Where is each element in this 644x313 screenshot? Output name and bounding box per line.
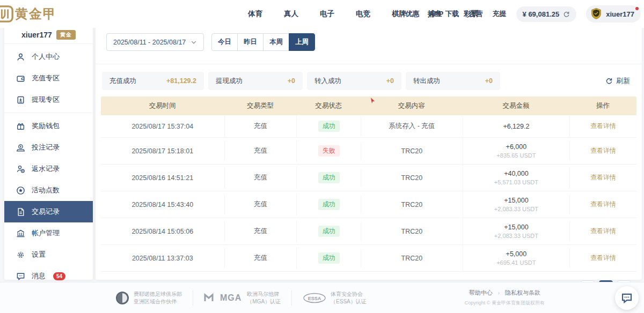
cell-amount: +15,000+2,083.33 USDT bbox=[463, 191, 570, 218]
cell-type: 充值 bbox=[224, 168, 297, 188]
header-right: 优惠APP 下载合营充提 ¥ 69,081.25 xiuer177 bbox=[405, 0, 641, 28]
cell-type: 充值 bbox=[224, 195, 297, 214]
balance-pill[interactable]: ¥ 69,081.25 bbox=[516, 6, 577, 22]
tab-period[interactable]: 昨日 bbox=[237, 33, 264, 51]
cell-time: 2025/08/17 15:37:04 bbox=[101, 117, 224, 136]
sidebar-username: xiuer177 bbox=[21, 31, 52, 39]
sidebar-item-gear[interactable]: 设置 bbox=[4, 244, 93, 265]
view-details-link[interactable]: 查看详情 bbox=[590, 147, 616, 154]
amount-usdt: +695.41 USDT bbox=[465, 259, 568, 266]
brand-logo: 黄金甲 bbox=[0, 5, 57, 23]
notification-dot bbox=[635, 7, 639, 10]
cell-status: 成功 bbox=[296, 115, 361, 137]
stat-label: 充值成功 bbox=[109, 77, 136, 86]
sidebar-item-bank[interactable]: 帐户管理 bbox=[4, 222, 93, 244]
quick-link[interactable]: 优惠 bbox=[405, 9, 419, 19]
view-details-link[interactable]: 查看详情 bbox=[590, 227, 616, 235]
amount-usdt: +2,083.33 USDT bbox=[465, 233, 568, 239]
status-badge: 成功 bbox=[318, 252, 340, 264]
mga-icon bbox=[204, 293, 216, 303]
vip-shield-icon bbox=[590, 8, 602, 20]
quick-link[interactable]: 合营 bbox=[469, 9, 483, 19]
cell-amount: +15,000+2,083.33 USDT bbox=[463, 218, 570, 244]
status-badge: 成功 bbox=[318, 121, 340, 132]
stat-label: 转入成功 bbox=[314, 77, 341, 86]
cell-type: 充值 bbox=[224, 116, 297, 136]
refresh-balance-icon[interactable] bbox=[563, 11, 570, 18]
tab-period[interactable]: 上周 bbox=[289, 33, 315, 51]
summary-stat: 充值成功+81,129.2 bbox=[102, 72, 204, 90]
cell-time: 2025/08/11 13:37:03 bbox=[101, 249, 224, 267]
chevron-down-icon bbox=[191, 39, 197, 46]
sidebar-item-label: 设置 bbox=[32, 250, 46, 259]
footer-link[interactable]: 帮助中心 bbox=[469, 289, 493, 297]
cell-type: 充值 bbox=[224, 141, 297, 161]
sidebar-item-wallet[interactable]: 充值专区 bbox=[4, 68, 93, 89]
column-header: 交易金额 bbox=[463, 96, 570, 115]
balance-amount: ¥ 69,081.25 bbox=[523, 10, 560, 18]
sidebar-item-rebate[interactable]: 返水记录 bbox=[4, 158, 93, 180]
topnav-item[interactable]: 电竞 bbox=[356, 9, 370, 19]
sidebar-item-label: 活动点数 bbox=[32, 185, 60, 195]
top-header: 黄金甲 体育真人电子电竞棋牌捕鱼彩票 优惠APP 下载合营充提 ¥ 69,081… bbox=[0, 0, 644, 28]
column-header: 交易内容 bbox=[361, 96, 463, 115]
quick-link[interactable]: APP 下载 bbox=[429, 9, 459, 19]
sidebar-item-label: 投注记录 bbox=[32, 143, 60, 152]
cell-status: 成功 bbox=[296, 220, 361, 242]
cert-text: 欧洲马尔他牌（MGA）认证 bbox=[247, 290, 281, 305]
main-content: 2025/08/11 - 2025/08/17 今日昨日本周上周 充值成功+81… bbox=[96, 23, 642, 280]
sidebar-item-label: 交易记录 bbox=[32, 207, 60, 217]
view-details-link[interactable]: 查看详情 bbox=[590, 122, 616, 130]
divider bbox=[4, 113, 93, 113]
footer-link[interactable]: 隐私权与条款 bbox=[505, 289, 540, 297]
sidebar-item-points[interactable]: 活动点数 bbox=[4, 180, 93, 201]
amount-usdt: +835.65 USDT bbox=[465, 152, 568, 159]
quick-link[interactable]: 充提 bbox=[493, 9, 507, 19]
refresh-label: 刷新 bbox=[616, 76, 630, 86]
topnav-item[interactable]: 真人 bbox=[284, 9, 298, 19]
topnav-item[interactable]: 体育 bbox=[248, 9, 262, 19]
sidebar-item-withdraw[interactable]: 提现专区 bbox=[4, 89, 93, 110]
date-range-select[interactable]: 2025/08/11 - 2025/08/17 bbox=[106, 33, 204, 51]
topnav-item[interactable]: 棋牌 bbox=[392, 9, 406, 19]
sidebar-item-user[interactable]: 个人中心 bbox=[4, 46, 93, 68]
view-details-link[interactable]: 查看详情 bbox=[590, 254, 616, 262]
cert-essa-logo: ESSA体育安全协会（ESSA）认证 bbox=[303, 290, 367, 305]
user-menu[interactable]: xiuer177 bbox=[586, 5, 641, 23]
tab-period[interactable]: 本周 bbox=[263, 33, 289, 51]
column-header: 交易时间 bbox=[101, 96, 224, 115]
tab-period[interactable]: 今日 bbox=[211, 33, 238, 51]
cell-time: 2025/08/16 14:51:21 bbox=[101, 169, 224, 187]
cell-content: 系统存入 - 充值 bbox=[361, 116, 463, 136]
sidebar-item-label: 充值专区 bbox=[32, 73, 60, 83]
wallet-icon bbox=[16, 74, 25, 83]
sidebar-item-label: 奖励钱包 bbox=[32, 121, 60, 131]
cert-football-club-logo: 费耶诺德足球俱乐部亚洲区域合作伙伴 bbox=[115, 290, 182, 305]
sidebar-item-transaction[interactable]: 交易记录 bbox=[4, 201, 93, 222]
cell-action: 查看详情 bbox=[569, 221, 636, 241]
sidebar-item-gift[interactable]: 奖励钱包 bbox=[4, 115, 93, 137]
sidebar: xiuer177 黄金 个人中心充值专区提现专区奖励钱包投注记录返水记录活动点数… bbox=[4, 21, 93, 280]
bet-record-icon bbox=[16, 143, 25, 152]
stat-label: 提现成功 bbox=[216, 77, 243, 86]
sidebar-item-label: 消息 bbox=[32, 271, 46, 281]
cell-status: 失败 bbox=[296, 140, 361, 162]
view-details-link[interactable]: 查看详情 bbox=[590, 174, 616, 181]
link-separator-icon: › bbox=[498, 290, 500, 296]
amount-main: +15,000 bbox=[465, 197, 568, 204]
sidebar-item-bet-record[interactable]: 投注记录 bbox=[4, 137, 93, 158]
status-badge: 成功 bbox=[318, 172, 340, 183]
table-header-row: 交易时间交易类型交易状态交易内容交易金额操作 bbox=[101, 96, 636, 115]
gift-icon bbox=[16, 122, 25, 131]
filter-row: 2025/08/11 - 2025/08/17 今日昨日本周上周 bbox=[106, 33, 642, 51]
view-details-link[interactable]: 查看详情 bbox=[590, 200, 616, 208]
live-chat-button[interactable] bbox=[615, 286, 639, 310]
sidebar-item-label: 返水记录 bbox=[32, 164, 60, 174]
cell-content: TRC20 bbox=[361, 222, 463, 241]
cell-content: TRC20 bbox=[361, 249, 463, 267]
cell-action: 查看详情 bbox=[569, 116, 636, 136]
transaction-icon bbox=[16, 207, 25, 217]
refresh-button[interactable]: 刷新 bbox=[605, 76, 635, 86]
topnav-item[interactable]: 电子 bbox=[320, 9, 334, 19]
amount-main: +6,000 bbox=[465, 143, 568, 151]
